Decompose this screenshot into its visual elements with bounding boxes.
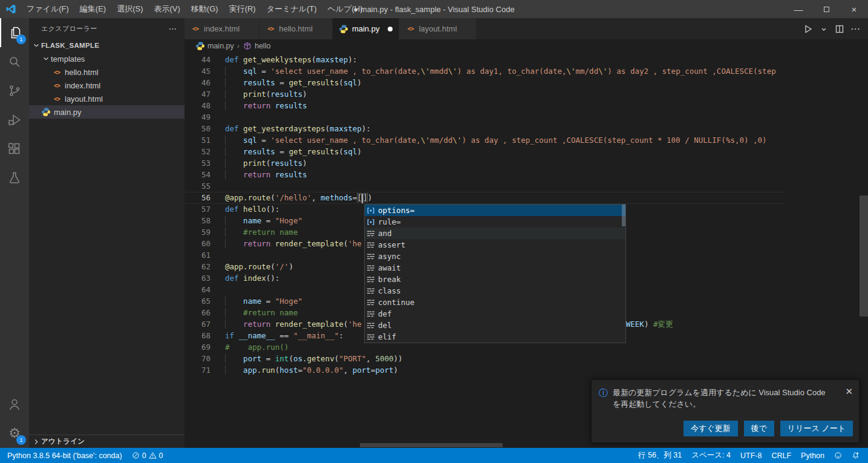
code-token: results (243, 78, 275, 87)
tab-layout-html[interactable]: <>layout.html (399, 18, 477, 39)
suggest-item-continue[interactable]: continue (365, 297, 625, 308)
status-eol[interactable]: CRLF (766, 448, 796, 463)
vertical-scrollbar[interactable] (860, 53, 868, 448)
code-line[interactable]: 71 app.run(host="0.0.0.0", port=port) (184, 364, 785, 376)
activity-explorer[interactable]: 1 (0, 18, 29, 47)
suggest-item-assert[interactable]: assert (365, 239, 625, 251)
code-line[interactable]: 44def get_weeklysteps(maxstep): (184, 54, 785, 65)
status-problems[interactable]: 00 (127, 448, 168, 463)
suggest-item-rule[interactable]: rule= (365, 216, 625, 228)
run-dropdown-chevron-icon[interactable] (817, 22, 830, 36)
close-button[interactable]: × (840, 0, 868, 18)
menu-item[interactable]: 表示(V) (149, 0, 186, 18)
code-token (225, 147, 243, 156)
tree-item-templates[interactable]: templates (29, 52, 184, 65)
status-encoding[interactable]: UTF-8 (736, 448, 766, 463)
outline-section-header[interactable]: アウトライン (29, 435, 184, 448)
code-token: , (366, 354, 375, 363)
menu-item[interactable]: ターミナル(T) (261, 0, 322, 18)
tab-hello-html[interactable]: <>hello.html (259, 18, 333, 39)
code-token: ): (362, 124, 371, 133)
activity-bar-bottom: ⚙ 1 (0, 390, 29, 448)
code-line[interactable]: 52 results = get_results(sql) (184, 146, 785, 157)
views-and-more-actions-button[interactable]: ⋯ (169, 24, 177, 33)
code-line[interactable]: 50def get_yesterdaysteps(maxstep): (184, 123, 785, 134)
status-feedback[interactable] (829, 448, 847, 463)
code-line[interactable]: 70 port = int(os.getenv("PORT", 5000)) (184, 353, 785, 364)
menu-item[interactable]: 編集(E) (74, 0, 111, 18)
suggest-item-class[interactable]: class (365, 285, 625, 297)
horizontal-scrollbar-thumb[interactable] (360, 443, 503, 447)
code-line[interactable]: 53 print(results) (184, 157, 785, 169)
suggest-item-break[interactable]: break (365, 274, 625, 285)
html-file-icon: <> (52, 94, 62, 103)
status-cursor-position[interactable]: 行 56、列 31 (633, 448, 687, 463)
vertical-scrollbar-thumb[interactable] (860, 195, 868, 317)
later-button[interactable]: 後で (744, 421, 774, 436)
suggest-item-await[interactable]: await (365, 262, 625, 274)
activity-run-and-debug[interactable] (0, 105, 29, 134)
suggest-scrollbar-thumb[interactable] (622, 205, 625, 226)
code-line[interactable]: 56@app.route('/hello', methods=[]) (184, 192, 785, 203)
activity-testing[interactable] (0, 163, 29, 192)
code-line[interactable]: 46 results = get_results(sql) (184, 77, 785, 88)
suggest-item-options[interactable]: options= (365, 205, 625, 216)
more-actions-button[interactable]: ⋯ (849, 22, 862, 36)
tab-label: index.html (204, 24, 240, 33)
code-line[interactable]: 55 (184, 180, 785, 192)
breadcrumb-item-hello[interactable]: hello (243, 41, 270, 51)
menu-item[interactable]: ヘルプ(H) (322, 0, 368, 18)
code-token: 'select user_name , to_char(date, (270, 136, 420, 145)
update-now-button[interactable]: 今すぐ更新 (684, 421, 738, 436)
code-token (225, 228, 243, 237)
code-line[interactable]: 49 (184, 111, 785, 123)
notification-close-icon[interactable]: ✕ (845, 387, 853, 410)
release-notes-button[interactable]: リリース ノート (780, 421, 853, 436)
code-token (225, 67, 243, 76)
suggest-item-async[interactable]: async (365, 251, 625, 262)
activity-search[interactable] (0, 47, 29, 76)
code-token (225, 297, 243, 306)
tree-item-index-html[interactable]: <>index.html (29, 79, 184, 92)
status-indentation[interactable]: スペース: 4 (687, 448, 736, 463)
minimize-button[interactable]: — (785, 0, 812, 18)
split-editor-button[interactable] (833, 22, 846, 36)
code-token: render_template (275, 239, 344, 248)
code-line[interactable]: 47 print(results) (184, 88, 785, 100)
suggest-item-elif[interactable]: elif (365, 331, 625, 343)
breadcrumb-item-main-py[interactable]: main.py (195, 41, 234, 51)
tree-item-layout-html[interactable]: <>layout.html (29, 92, 184, 105)
suggest-item-del[interactable]: del (365, 320, 625, 331)
activity-extensions[interactable] (0, 134, 29, 163)
code-line[interactable]: 48 return results (184, 100, 785, 111)
menu-item[interactable]: 選択(S) (111, 0, 148, 18)
tree-item-main-py[interactable]: main.py (29, 105, 184, 119)
suggest-list: options=rule=andassertasyncawaitbreakcla… (365, 205, 625, 343)
tab-index-html[interactable]: <>index.html (184, 18, 259, 39)
code-token: = (275, 147, 289, 156)
code-line[interactable]: 51 sql = 'select user_name , to_char(dat… (184, 134, 785, 146)
keyword-icon (366, 321, 376, 330)
suggest-item-def[interactable]: def (365, 308, 625, 320)
code-token: = (298, 366, 302, 375)
menu-item[interactable]: 実行(R) (224, 0, 261, 18)
file-tree: templates<>hello.html<>index.html<>layou… (29, 52, 184, 119)
tree-item-hello-html[interactable]: <>hello.html (29, 65, 184, 79)
maximize-button[interactable] (812, 0, 840, 18)
status-python-interpreter[interactable]: Python 3.8.5 64-bit ('base': conda) (2, 448, 127, 463)
workspace-root-header[interactable]: FLASK_SAMPLE (29, 39, 184, 52)
tab-main-py[interactable]: main.py (333, 18, 400, 39)
search-icon (7, 54, 22, 69)
status-notifications-bell[interactable] (847, 448, 864, 463)
status-language-mode[interactable]: Python (796, 448, 829, 463)
activity-source-control[interactable] (0, 76, 29, 105)
accounts-button[interactable] (0, 390, 29, 419)
code-line[interactable]: 54 return results (184, 169, 785, 180)
menu-item[interactable]: 移動(G) (186, 0, 224, 18)
settings-button[interactable]: ⚙ 1 (0, 419, 29, 448)
dirty-indicator[interactable] (388, 27, 393, 31)
menu-item[interactable]: ファイル(F) (21, 0, 74, 18)
run-python-file-button[interactable] (801, 22, 815, 36)
suggest-item-and[interactable]: and (365, 228, 625, 239)
code-line[interactable]: 45 sql = 'select user_name , to_char(dat… (184, 65, 785, 77)
